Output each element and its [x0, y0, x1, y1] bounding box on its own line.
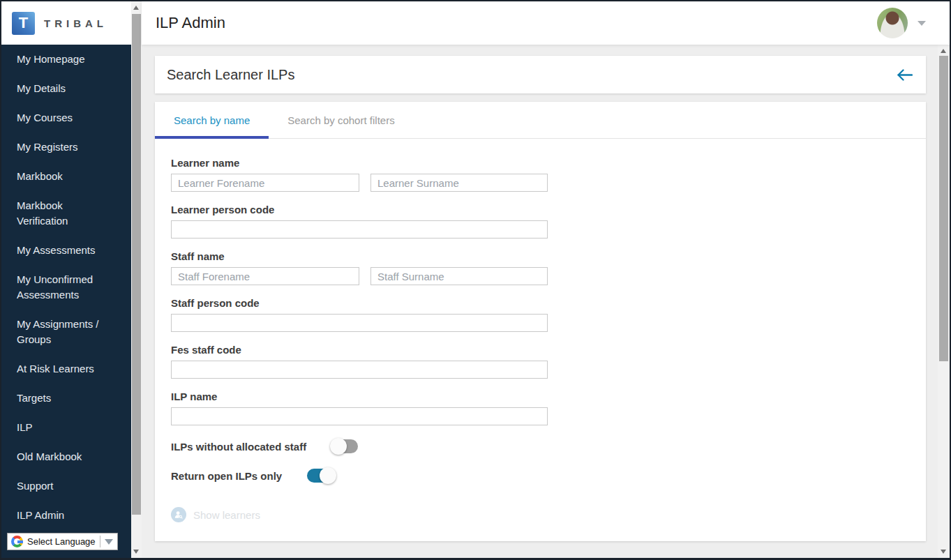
- sidebar-item-ilp-admin[interactable]: ILP Admin: [1, 501, 131, 530]
- show-learners-button[interactable]: Show learners: [171, 507, 260, 522]
- learner-surname-input[interactable]: [370, 174, 548, 192]
- sidebar-item-my-assignments-groups[interactable]: My Assignments / Groups: [1, 310, 131, 354]
- avatar-chevron-down-icon[interactable]: [918, 21, 926, 26]
- return-open-ilps-only-toggle[interactable]: [307, 469, 334, 483]
- ilp-name-field: ILP name: [171, 391, 548, 425]
- staff-forename-input[interactable]: [171, 267, 359, 285]
- search-panel: Search by name Search by cohort filters …: [155, 102, 926, 541]
- fes-staff-code-label: Fes staff code: [171, 344, 548, 356]
- fes-staff-code-input[interactable]: [171, 361, 548, 379]
- staff-surname-input[interactable]: [370, 267, 548, 285]
- sidebar-item-old-markbook[interactable]: Old Markbook: [1, 442, 131, 471]
- panel-header: Search Learner ILPs: [155, 56, 926, 93]
- tribal-logo-icon: T: [12, 12, 35, 35]
- ilp-name-label: ILP name: [171, 391, 548, 403]
- body-row: Search Learner ILPs Search by name Searc…: [142, 45, 950, 558]
- app-window: T TRIBAL My Homepage My Details My Cours…: [0, 0, 951, 560]
- staff-person-code-label: Staff person code: [171, 297, 548, 310]
- tab-bar: Search by name Search by cohort filters: [155, 102, 926, 139]
- main-area: ILP Admin Search Learner ILPs Search by …: [142, 1, 950, 558]
- tribal-logo: T TRIBAL: [1, 1, 131, 45]
- tab-search-by-cohort-filters[interactable]: Search by cohort filters: [269, 102, 413, 138]
- search-form: Learner name Learner person code Staff: [155, 139, 926, 522]
- sidebar-scrollbar[interactable]: [131, 1, 142, 558]
- google-translate-widget[interactable]: Select Language: [7, 533, 118, 550]
- sidebar-item-my-registers[interactable]: My Registers: [1, 133, 131, 162]
- select-language-label: Select Language: [27, 536, 96, 547]
- fes-staff-code-field: Fes staff code: [171, 344, 548, 379]
- main-scrollbar[interactable]: [938, 45, 950, 558]
- sidebar-scrollbar-thumb[interactable]: [132, 14, 141, 515]
- content: Search Learner ILPs Search by name Searc…: [142, 45, 938, 558]
- ilp-name-input[interactable]: [171, 407, 548, 425]
- staff-name-field: Staff name: [171, 250, 548, 285]
- scroll-up-icon[interactable]: [941, 49, 946, 53]
- show-learners-label: Show learners: [193, 509, 260, 521]
- toggle-knob: [330, 438, 347, 455]
- user-avatar[interactable]: [877, 8, 908, 38]
- google-g-icon: [11, 536, 23, 547]
- left-arrow-icon: [897, 69, 913, 81]
- tab-search-by-name[interactable]: Search by name: [155, 102, 269, 138]
- sidebar-item-my-homepage[interactable]: My Homepage: [1, 45, 131, 74]
- staff-person-code-field: Staff person code: [171, 297, 548, 332]
- return-open-ilps-only-label: Return open ILPs only: [171, 470, 282, 482]
- scroll-down-icon[interactable]: [941, 550, 946, 554]
- back-button[interactable]: [895, 68, 914, 82]
- learner-person-code-label: Learner person code: [171, 204, 548, 216]
- ilps-without-allocated-staff-label: ILPs without allocated staff: [171, 441, 306, 453]
- sidebar-item-ilp[interactable]: ILP: [1, 413, 131, 442]
- page-title: ILP Admin: [156, 14, 877, 32]
- learner-forename-input[interactable]: [171, 174, 359, 192]
- sidebar-item-markbook-verification[interactable]: Markbook Verification: [1, 191, 131, 236]
- learner-person-code-input[interactable]: [171, 220, 548, 239]
- learner-name-label: Learner name: [171, 157, 548, 169]
- sidebar-item-my-details[interactable]: My Details: [1, 74, 131, 103]
- scroll-up-icon[interactable]: [133, 6, 139, 10]
- toggle-knob: [320, 467, 336, 484]
- panel-title: Search Learner ILPs: [167, 67, 895, 83]
- return-open-ilps-only-row: Return open ILPs only: [171, 467, 909, 485]
- sidebar: T TRIBAL My Homepage My Details My Cours…: [1, 1, 131, 558]
- person-search-icon: [171, 507, 186, 522]
- main-scrollbar-thumb[interactable]: [939, 56, 948, 361]
- sidebar-item-targets[interactable]: Targets: [1, 384, 131, 413]
- sidebar-item-markbook[interactable]: Markbook: [1, 162, 131, 191]
- sidebar-item-at-risk-learners[interactable]: At Risk Learners: [1, 354, 131, 384]
- ilps-without-allocated-staff-toggle[interactable]: [331, 439, 358, 453]
- sidebar-item-my-unconfirmed-assessments[interactable]: My Unconfirmed Assessments: [1, 265, 131, 310]
- scroll-down-icon[interactable]: [133, 550, 139, 554]
- ilps-without-allocated-staff-row: ILPs without allocated staff: [171, 437, 909, 455]
- learner-person-code-field: Learner person code: [171, 204, 548, 239]
- staff-person-code-input[interactable]: [171, 314, 548, 332]
- brand-text: TRIBAL: [44, 17, 107, 29]
- widget-divider: [100, 536, 100, 547]
- sidebar-item-support[interactable]: Support: [1, 471, 131, 501]
- sidebar-item-my-courses[interactable]: My Courses: [1, 103, 131, 133]
- sidebar-item-my-assessments[interactable]: My Assessments: [1, 236, 131, 265]
- language-dropdown-arrow-icon[interactable]: [105, 539, 113, 545]
- sidebar-nav: My Homepage My Details My Courses My Reg…: [1, 45, 131, 558]
- learner-name-field: Learner name: [171, 157, 548, 192]
- staff-name-label: Staff name: [171, 250, 548, 263]
- topbar: ILP Admin: [142, 1, 950, 45]
